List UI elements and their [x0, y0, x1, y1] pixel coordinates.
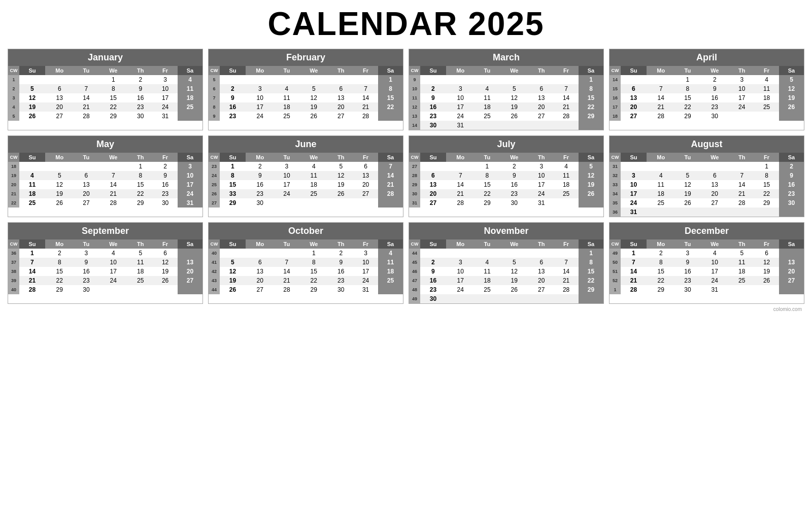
day-cell: 22 [299, 276, 328, 285]
day-cell: 10 [178, 171, 202, 180]
day-header-mo: Mo [246, 153, 275, 162]
cw-cell: 36 [610, 208, 621, 217]
day-cell: 24 [246, 112, 275, 121]
day-cell: 10 [98, 258, 128, 267]
cw-cell: 18 [8, 162, 19, 171]
week-row: 5114151617181920 [610, 267, 804, 276]
cw-cell: 51 [610, 267, 621, 276]
day-cell: 2 [499, 162, 529, 171]
day-cell: 20 [353, 180, 378, 189]
day-cell: 31 [700, 285, 729, 294]
week-row: 312728293031 [409, 198, 603, 208]
day-cell: 25 [128, 276, 153, 285]
cw-cell: 49 [610, 249, 621, 258]
day-header-tu: Tu [74, 153, 99, 162]
day-cell: 20 [529, 102, 554, 112]
day-cell [128, 285, 153, 294]
day-cell [98, 285, 128, 294]
day-cell: 6 [700, 171, 729, 180]
day-cell: 30 [246, 198, 275, 208]
day-header-mo: Mo [647, 239, 675, 249]
cw-cell: 39 [8, 276, 19, 285]
day-cell [647, 75, 675, 84]
day-cell [554, 294, 579, 303]
day-cell: 12 [45, 180, 74, 189]
day-cell: 4 [275, 84, 299, 93]
day-header-su: Su [621, 153, 647, 162]
day-cell: 15 [475, 180, 500, 189]
day-cell: 30 [779, 198, 804, 208]
day-cell: 4 [378, 249, 403, 258]
day-cell: 29 [220, 198, 246, 208]
day-cell: 15 [220, 180, 246, 189]
day-cell: 5 [128, 249, 153, 258]
day-cell: 28 [647, 112, 675, 121]
day-cell: 4 [554, 162, 579, 171]
day-cell: 4 [475, 258, 500, 267]
day-cell: 8 [647, 258, 675, 267]
cw-cell: 21 [8, 189, 19, 198]
week-row: 4716171819202122 [409, 276, 603, 285]
day-cell: 24 [621, 198, 647, 208]
month-title: May [8, 136, 202, 153]
cw-cell: 32 [610, 171, 621, 180]
day-cell: 14 [729, 180, 754, 189]
day-cell [779, 285, 804, 294]
week-row: 3778910111213 [8, 258, 202, 267]
day-cell [299, 75, 328, 84]
day-cell: 12 [299, 93, 328, 102]
cw-cell: 18 [610, 112, 621, 121]
day-cell: 3 [675, 249, 700, 258]
week-row: 24891011121314 [209, 171, 403, 180]
day-cell: 2 [153, 162, 178, 171]
page-title: CALENDAR 2025 [8, 5, 804, 43]
week-row: 2567891011 [8, 84, 202, 93]
week-row: 312131415161718 [8, 93, 202, 102]
day-cell: 25 [475, 285, 500, 294]
day-header-cw: CW [8, 66, 19, 75]
day-cell [499, 75, 529, 84]
day-cell [45, 75, 74, 84]
day-cell: 2 [420, 84, 446, 93]
day-cell: 24 [153, 102, 178, 112]
day-cell: 14 [446, 180, 475, 189]
day-cell: 20 [420, 189, 446, 198]
week-row: 1613141516171819 [610, 93, 804, 102]
day-cell: 19 [153, 267, 178, 276]
day-cell [754, 285, 779, 294]
day-cell: 5 [779, 75, 804, 84]
day-header-sa: Sa [378, 239, 403, 249]
day-cell: 17 [446, 102, 475, 112]
day-cell: 1 [98, 75, 128, 84]
day-cell [74, 75, 99, 84]
day-cell: 21 [554, 102, 579, 112]
day-cell: 18 [729, 267, 754, 276]
day-cell: 29 [754, 198, 779, 208]
day-cell: 10 [529, 171, 554, 180]
day-cell: 23 [128, 102, 153, 112]
day-cell: 20 [529, 276, 554, 285]
day-header-we: We [700, 153, 729, 162]
week-row: 3020212223242526 [409, 189, 603, 198]
day-cell: 17 [621, 189, 647, 198]
day-cell: 6 [74, 171, 99, 180]
day-cell: 26 [328, 189, 353, 198]
day-header-fr: Fr [554, 66, 579, 75]
day-cell: 16 [220, 102, 246, 112]
day-cell: 30 [700, 112, 729, 121]
week-row: 1945678910 [8, 171, 202, 180]
day-header-su: Su [19, 239, 45, 249]
day-cell: 12 [779, 84, 804, 93]
day-cell: 19 [675, 189, 700, 198]
day-cell: 19 [19, 102, 45, 112]
day-cell: 24 [98, 276, 128, 285]
day-cell: 23 [420, 285, 446, 294]
day-cell: 12 [19, 93, 45, 102]
day-cell: 6 [529, 84, 554, 93]
cw-cell: 52 [610, 276, 621, 285]
day-cell [700, 208, 729, 217]
day-cell: 16 [779, 180, 804, 189]
day-cell: 1 [128, 162, 153, 171]
week-row: 5262728293031 [8, 112, 202, 121]
week-row: 3417181920212223 [610, 189, 804, 198]
